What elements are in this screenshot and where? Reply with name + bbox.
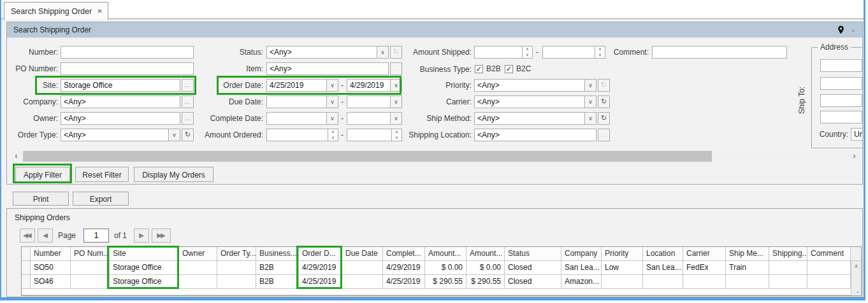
number-input[interactable]	[61, 46, 194, 59]
grid-cell[interactable]	[769, 261, 807, 275]
grid-cell[interactable]: $ 0.00	[467, 261, 505, 275]
site-picker-button[interactable]: …	[182, 79, 194, 92]
grid-cell[interactable]: Storage Office	[110, 275, 179, 289]
print-button[interactable]: Print	[13, 192, 69, 206]
grid-cell[interactable]: Low	[602, 261, 643, 275]
export-button[interactable]: Export	[73, 192, 129, 206]
grid-cell[interactable]: FedEx	[683, 261, 726, 275]
table-row[interactable]: SO46Storage OfficeB2B4/25/20194/25/2019$…	[22, 275, 861, 289]
column-header[interactable]: Carrier	[683, 247, 726, 261]
scroll-up-icon[interactable]: ∧	[851, 261, 861, 271]
horizontal-scrollbar[interactable]: ‹ ›	[11, 151, 860, 162]
address-line1-input[interactable]	[820, 59, 862, 72]
table-row[interactable]: SO50Storage OfficeB2B4/29/20194/29/2019$…	[22, 261, 861, 275]
address-line4-input[interactable]	[820, 111, 862, 123]
display-my-orders-button[interactable]: Display My Orders	[134, 167, 213, 182]
chevron-down-icon[interactable]: ∨	[584, 80, 596, 91]
chevron-down-icon[interactable]: ∨	[377, 46, 388, 58]
column-header[interactable]: Business...	[256, 247, 299, 261]
spin-up-icon[interactable]: ∧	[328, 129, 338, 135]
vertical-scrollbar[interactable]: ∧	[851, 261, 861, 295]
column-header[interactable]: Amount...	[425, 247, 467, 261]
spinner-buttons[interactable]: ∧∨	[391, 129, 401, 141]
scroll-right-icon[interactable]: ›	[849, 151, 860, 162]
grid-cell[interactable]	[179, 261, 217, 275]
chevron-down-icon[interactable]: ∨	[390, 80, 401, 91]
grid-cell[interactable]: $ 290.55	[467, 275, 505, 289]
carrier-refresh-button[interactable]: ↻	[598, 95, 610, 108]
grid-cell[interactable]: $ 0.00	[425, 261, 467, 275]
grid-cell[interactable]: B2B	[256, 261, 299, 275]
spin-down-icon[interactable]: ∨	[523, 52, 532, 58]
spin-down-icon[interactable]: ∨	[392, 135, 401, 141]
row-selector[interactable]	[22, 261, 31, 275]
reset-filter-button[interactable]: Reset Filter	[75, 167, 129, 182]
grid-cell[interactable]: B2B	[256, 275, 299, 289]
spinner-buttons[interactable]: ∧∨	[522, 46, 532, 58]
collapse-panel-icon[interactable]: ▲	[851, 27, 856, 33]
column-header[interactable]: Company	[561, 247, 602, 261]
grid-cell[interactable]	[342, 275, 383, 289]
grid-cell[interactable]: Closed	[505, 261, 561, 275]
column-header[interactable]: Due Date	[342, 247, 383, 261]
column-header[interactable]: Order D...	[299, 247, 342, 261]
pager-last-button[interactable]: ▶▶	[152, 229, 171, 243]
grid-cell[interactable]: SO50	[31, 261, 71, 275]
spin-up-icon[interactable]: ∧	[523, 46, 532, 52]
column-header[interactable]: Order Ty...	[217, 247, 256, 261]
amount-shipped-from-spinner[interactable]: ∧∨	[474, 46, 533, 59]
item-field[interactable]: <Any>	[266, 62, 389, 75]
status-combobox[interactable]: <Any> ∨	[266, 46, 389, 59]
order-type-combobox[interactable]: <Any> ∨	[61, 129, 180, 141]
grid-cell[interactable]	[179, 275, 217, 289]
address-line2-input[interactable]	[820, 77, 862, 90]
grid-cell[interactable]	[807, 261, 851, 275]
address-line3-input[interactable]	[820, 94, 862, 107]
country-combobox[interactable]: United States	[851, 128, 863, 141]
column-header[interactable]: Amount...	[467, 247, 505, 261]
grid-cell[interactable]: Train	[726, 261, 769, 275]
site-field[interactable]: Storage Office	[61, 79, 180, 92]
grid-cell[interactable]	[217, 261, 256, 275]
priority-combobox[interactable]: <Any> ∨	[474, 79, 597, 92]
grid-cell[interactable]: 4/29/2019	[383, 261, 425, 275]
grid-cell[interactable]: Amazon...	[561, 275, 602, 289]
chevron-down-icon[interactable]: ∨	[390, 113, 401, 124]
grid-cell[interactable]: SO46	[31, 275, 71, 289]
grid-cell[interactable]	[602, 275, 643, 289]
owner-field[interactable]: <Any>	[61, 112, 180, 125]
b2c-checkbox[interactable]: ✓	[505, 65, 513, 73]
complete-date-to-picker[interactable]: ∨	[347, 112, 402, 125]
tab-search-shipping-order[interactable]: Search Shipping Order ✕	[4, 2, 108, 20]
company-field[interactable]: <Any>	[61, 95, 180, 108]
po-number-input[interactable]	[61, 62, 194, 75]
due-date-to-picker[interactable]: ∨	[347, 95, 402, 108]
ship-method-combobox[interactable]: <Any> ∨	[474, 112, 597, 125]
chevron-down-icon[interactable]: ∨	[326, 80, 338, 91]
grid-cell[interactable]	[769, 275, 807, 289]
location-pin-icon[interactable]	[837, 25, 844, 34]
column-header[interactable]: Shipping...	[769, 247, 807, 261]
column-header[interactable]: Priority	[602, 247, 643, 261]
column-header[interactable]: PO Num...	[71, 247, 110, 261]
order-date-to-picker[interactable]: 4/29/2019 ∨	[347, 79, 402, 92]
scrollbar-thumb[interactable]	[23, 151, 712, 162]
column-header[interactable]: Location	[643, 247, 683, 261]
carrier-combobox[interactable]: <Any> ∨	[474, 95, 597, 108]
b2b-checkbox[interactable]: ✓	[475, 65, 483, 73]
grid-cell[interactable]	[217, 275, 256, 289]
order-type-refresh-button[interactable]: ↻	[182, 129, 194, 141]
grid-cell[interactable]	[71, 261, 110, 275]
column-header[interactable]: Complet...	[383, 247, 425, 261]
grid-cell[interactable]: 4/25/2019	[383, 275, 425, 289]
grid-cell[interactable]	[71, 275, 110, 289]
column-header[interactable]: Number	[31, 247, 71, 261]
comment-input[interactable]	[652, 46, 787, 59]
order-date-from-picker[interactable]: 4/25/2019 ∨	[266, 79, 338, 92]
company-picker-button[interactable]: …	[182, 95, 194, 108]
column-header[interactable]: Owner	[179, 247, 217, 261]
grid-cell[interactable]	[643, 275, 683, 289]
pager-first-button[interactable]: ◀◀	[20, 229, 35, 243]
grid-cell[interactable]: Storage Office	[110, 261, 179, 275]
amount-ordered-from-spinner[interactable]: ∧∨	[266, 129, 338, 141]
